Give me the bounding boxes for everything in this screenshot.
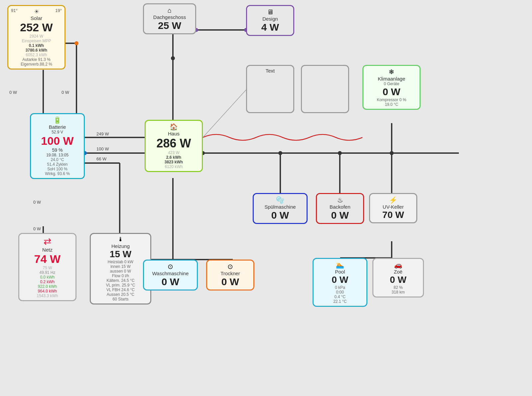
- svg-line-23: [203, 90, 246, 137]
- design-icon: 🖥: [250, 8, 291, 16]
- solar-icon: ☀: [34, 8, 39, 15]
- batterie-pct: 59 %: [34, 147, 81, 153]
- klimaanlage-subtitle: 0 Geräte: [366, 82, 417, 86]
- batterie-power: 100 W: [34, 134, 81, 147]
- netz-kwh4: 964.0 kWh: [22, 289, 73, 294]
- netz-title: Netz: [22, 247, 73, 253]
- batterie-date: 19.08. 13:05: [34, 153, 81, 157]
- spuelmaschine-icon: 🫧: [256, 196, 304, 204]
- heizung-power: 15 W: [93, 249, 148, 260]
- haus-kwh1: 2.6 kWh: [148, 155, 199, 160]
- klimaanlage-node[interactable]: ❄ Klimaanlage 0 Geräte 0 W Kompressor 0 …: [362, 65, 421, 110]
- solar-kwh3: 6052.3 kWh: [11, 53, 62, 57]
- backofen-power: 0 W: [320, 210, 360, 221]
- uvkeller-node[interactable]: ⚡ UV-Keller 70 W: [369, 193, 417, 223]
- haus-sub-power: 423 W: [148, 150, 199, 155]
- dot-back-junction: [338, 151, 342, 155]
- uvkeller-title: UV-Keller: [373, 204, 414, 210]
- solar-kwh1: 0.1 kWh: [11, 43, 62, 48]
- spuelmaschine-power: 0 W: [256, 210, 304, 221]
- solar-kwh2: 3780.6 kWh: [11, 48, 62, 53]
- pool-icon: 🏊: [316, 261, 364, 269]
- pool-node[interactable]: 🏊 Pool 0 W 0 kPa 0:00 0.4 °C 22.1 °C: [313, 258, 367, 307]
- heizung-starts: 60 Starts: [93, 297, 148, 301]
- haus-power: 286 W: [148, 136, 199, 150]
- pool-time: 0:00: [316, 290, 364, 295]
- netz-power: 74 W: [22, 253, 73, 266]
- text1-node[interactable]: Text: [246, 65, 294, 113]
- netz-kwh2: 0.2 kWh: [22, 280, 73, 284]
- klimaanlage-icon: ❄: [366, 68, 417, 76]
- dot-spuel-junction: [278, 151, 282, 155]
- batterie-title: Batterie: [34, 124, 81, 130]
- uvkeller-icon: ⚡: [373, 196, 414, 204]
- text2-node[interactable]: [301, 65, 349, 113]
- batterie-icon: 🔋: [53, 116, 62, 124]
- backofen-node[interactable]: ♨ Backofen 0 W: [316, 193, 364, 224]
- waschmaschine-node[interactable]: ⊙ Waschmaschine 0 W: [143, 260, 198, 291]
- zoe-km: 318 km: [376, 290, 420, 295]
- netz-sub-power: 75 W: [22, 266, 73, 270]
- haus-kwh2: 3823 kWh: [148, 160, 199, 164]
- dot-solar-junction: [74, 41, 78, 45]
- netz-kwh5: 1543.3 kWh: [22, 294, 73, 298]
- spuelmaschine-node[interactable]: 🫧 Spülmaschine 0 W: [253, 193, 308, 224]
- design-node[interactable]: 🖥 Design 4 W: [246, 5, 294, 36]
- haus-node[interactable]: 🏠 Haus 286 W 423 W 2.6 kWh 3823 kWh 6120…: [145, 120, 203, 172]
- pool-kpa: 0 kPa: [316, 285, 364, 290]
- solar-node[interactable]: 91° ☀ 19° Solar 252 W 2924 W Einspeisen …: [7, 5, 66, 70]
- waschmaschine-title: Waschmaschine: [147, 271, 194, 276]
- uvkeller-power: 70 W: [373, 210, 414, 220]
- wire-label-249w: 249 W: [96, 131, 109, 136]
- heizung-innen: innen 15 W: [93, 264, 148, 269]
- trockner-icon: ⊙: [210, 263, 251, 271]
- wire-label-0w-3: 0 W: [33, 200, 41, 205]
- wire-label-0w-4: 0 W: [33, 226, 41, 231]
- heizung-aussentemp: Aussen 20.5 °C: [93, 292, 148, 297]
- solar-temp-left: 91°: [11, 8, 18, 15]
- klimaanlage-kompressor: Kompressor 0 %: [366, 98, 417, 102]
- wire-label-100w: 100 W: [96, 146, 109, 151]
- heizung-node[interactable]: 🌡 Heizung 15 W Heizstab 0 kW innen 15 W …: [90, 233, 151, 304]
- waschmaschine-icon: ⊙: [147, 263, 194, 271]
- batterie-voltage: 52.9 V: [34, 130, 81, 134]
- solar-eigenverb: Eigenverb.88.2 %: [11, 62, 62, 67]
- dot-dach-junction: [171, 56, 175, 60]
- wire-label-0w-1: 0 W: [9, 90, 17, 95]
- trockner-power: 0 W: [210, 276, 251, 288]
- dot-uv-junction: [390, 151, 394, 155]
- backofen-title: Backofen: [320, 204, 360, 210]
- netz-node[interactable]: ⇄ Netz 74 W 75 W 49.91 Hz 0.0 kWh 0.2 kW…: [18, 233, 76, 301]
- pool-temp: 0.4 °C: [316, 295, 364, 299]
- klimaanlage-power: 0 W: [366, 86, 417, 98]
- heizung-vlfbh: VL FBH 24.6 °C: [93, 288, 148, 292]
- haus-icon: 🏠: [148, 123, 199, 131]
- trockner-title: Trockner: [210, 271, 251, 276]
- netz-kwh3: 922.0 kWh: [22, 284, 73, 289]
- wire-label-0w-2: 0 W: [62, 90, 69, 95]
- dachgeschoss-node[interactable]: ⌂ Dachgeschoss 25 W: [143, 3, 196, 34]
- heizung-vlprim: VL prim. 25.9 °C: [93, 283, 148, 288]
- solar-title: Solar: [11, 15, 62, 21]
- netz-icon: ⇄: [44, 236, 51, 247]
- waschmaschine-power: 0 W: [147, 276, 194, 288]
- zoe-power: 0 W: [376, 275, 420, 285]
- batterie-temp: 24.0 °C: [34, 157, 81, 162]
- wire-label-66w: 66 W: [96, 156, 106, 161]
- dachgeschoss-power: 25 W: [147, 20, 193, 31]
- zoe-node[interactable]: 🚗 Zoë 0 W 82 % 318 km: [372, 258, 424, 297]
- netz-hz: 49.91 Hz: [22, 270, 73, 275]
- klimaanlage-temp: 19.0 °C: [366, 102, 417, 107]
- trockner-node[interactable]: ⊙ Trockner 0 W: [206, 260, 254, 291]
- dachgeschoss-icon: ⌂: [147, 6, 193, 14]
- batterie-node[interactable]: 🔋 Batterie 52.9 V 100 W 59 % 19.08. 13:0…: [30, 113, 85, 179]
- design-title: Design: [250, 16, 291, 22]
- heizung-icon: 🌡: [93, 236, 148, 243]
- zoe-pct: 82 %: [376, 285, 420, 290]
- heizung-aussen: aussen 0 W: [93, 269, 148, 274]
- solar-power: 252 W: [11, 21, 62, 34]
- heizung-kaltem: Kältem. 24.5 °C: [93, 278, 148, 283]
- klimaanlage-title: Klimaanlage: [366, 76, 417, 82]
- pool-title: Pool: [316, 269, 364, 275]
- heizung-flow: Flow 0 l/h: [93, 274, 148, 278]
